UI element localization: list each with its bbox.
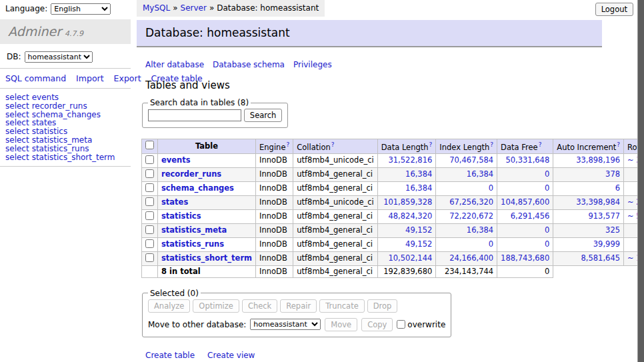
index-length-cell: 0 [436, 237, 497, 251]
create-link[interactable]: Create table [145, 351, 195, 360]
breadcrumb-link[interactable]: Server [181, 3, 207, 13]
sidebar-table-list: selectevents selectrecorder_runs selects… [5, 93, 125, 161]
row-checkbox-cell [142, 153, 158, 167]
row-checkbox-cell [142, 195, 158, 209]
help-link[interactable]: ? [490, 141, 493, 148]
selected-legend: Selected (0) [148, 289, 201, 298]
table-name-cell: statistics [158, 209, 256, 223]
table-name-link[interactable]: statistics_meta [161, 225, 227, 235]
table-name-link[interactable]: statistics_short_term [32, 153, 115, 162]
row-checkbox[interactable] [145, 225, 154, 234]
select-link[interactable]: select [5, 153, 29, 162]
data-free-cell: 50,331,648 [497, 153, 553, 167]
table-name-cell: states [158, 195, 256, 209]
bulk-action-button[interactable]: Repair [280, 299, 317, 313]
select-link[interactable]: select [5, 144, 29, 153]
table-row: statistics_meta InnoDB utf8mb4_general_c… [142, 223, 644, 237]
row-checkbox-cell [142, 223, 158, 237]
total-absent-cells [553, 265, 644, 277]
row-checkbox[interactable] [145, 211, 154, 220]
bulk-action-button[interactable]: Check [242, 299, 277, 313]
app-name: Adminer [8, 24, 61, 39]
row-checkbox-cell [142, 251, 158, 265]
table-name-cell: recorder_runs [158, 167, 256, 181]
row-checkbox[interactable] [145, 169, 154, 178]
bulk-action-button[interactable]: Drop [367, 299, 398, 313]
column-header: Data Length? [377, 139, 436, 154]
table-name-link[interactable]: statistics_short_term [161, 253, 252, 263]
data-length-cell: 49,152 [377, 223, 436, 237]
table-name-link[interactable]: schema_changes [161, 183, 234, 193]
index-length-cell: 72,220,672 [436, 209, 497, 223]
engine-cell: InnoDB [256, 153, 293, 167]
sidebar-actions: SQL commandImportExportCreate table [5, 73, 125, 83]
select-link[interactable]: select [5, 101, 29, 111]
language-select[interactable]: English [51, 3, 111, 15]
app-version: 4.7.9 [65, 29, 83, 38]
table-name-cell: schema_changes [158, 181, 256, 195]
data-free-cell: 0 [497, 167, 553, 181]
row-checkbox-cell [142, 167, 158, 181]
tables-heading: Tables and views [145, 79, 603, 91]
engine-cell: InnoDB [256, 181, 293, 195]
data-free-cell: 0 [497, 237, 553, 251]
bulk-action-button[interactable]: Analyze [148, 299, 190, 313]
database-nav-link[interactable]: Database schema [213, 60, 285, 69]
database-nav-link[interactable]: Privileges [293, 60, 332, 69]
data-length-cell: 48,824,320 [377, 209, 436, 223]
move-db-select[interactable]: homeassistant [250, 319, 321, 330]
engine-cell: InnoDB [256, 195, 293, 209]
row-checkbox[interactable] [145, 183, 154, 192]
divider [0, 166, 131, 167]
collation-cell: utf8mb4_general_ci [293, 237, 378, 251]
database-nav-link[interactable]: Alter database [145, 60, 204, 69]
row-checkbox-cell [142, 181, 158, 195]
table-name-link[interactable]: statistics [161, 211, 201, 221]
engine-cell: InnoDB [256, 251, 293, 265]
data-free-cell: 188,743,680 [497, 251, 553, 265]
table-name-link[interactable]: recorder_runs [161, 169, 221, 179]
auto-increment-cell: 378 [553, 167, 624, 181]
overwrite-checkbox[interactable] [397, 320, 405, 329]
scrollbar[interactable] [637, 0, 644, 362]
move-row: Move to other database: homeassistant Mo… [148, 318, 445, 331]
create-links: Create tableCreate view [145, 351, 603, 360]
help-link[interactable]: ? [429, 141, 433, 148]
row-checkbox[interactable] [145, 253, 154, 262]
data-length-cell: 101,859,328 [377, 195, 436, 209]
help-link[interactable]: ? [286, 141, 289, 148]
bulk-action-button[interactable]: Optimize [193, 299, 239, 313]
overwrite-option: overwrite [397, 320, 445, 329]
row-checkbox[interactable] [145, 197, 154, 206]
data-length-cell: 16,384 [377, 181, 436, 195]
overwrite-label: overwrite [407, 320, 445, 329]
sidebar: Adminer4.7.9 DB:homeassistant SQL comman… [0, 19, 131, 171]
select-all-cell [142, 139, 158, 154]
row-checkbox[interactable] [145, 239, 154, 248]
select-link[interactable]: select [5, 93, 29, 102]
auto-increment-cell: 33,398,984 [553, 195, 624, 209]
breadcrumb-link[interactable]: MySQL [143, 3, 170, 13]
table-name-link[interactable]: statistics_runs [161, 239, 224, 249]
create-link[interactable]: Create view [207, 351, 255, 360]
row-checkbox[interactable] [145, 155, 154, 164]
help-link[interactable]: ? [617, 141, 620, 148]
select-all-checkbox[interactable] [145, 141, 154, 149]
table-name-cell: statistics_short_term [158, 251, 256, 265]
collation-cell: utf8mb4_general_ci [293, 167, 378, 181]
table-name-link[interactable]: events [161, 155, 191, 165]
move-copy-button[interactable]: Copy [361, 318, 393, 331]
sidebar-action-link[interactable]: SQL command [5, 73, 66, 83]
table-name-link[interactable]: states [161, 197, 188, 207]
bulk-action-button[interactable]: Truncate [319, 299, 365, 313]
select-link[interactable]: select [5, 135, 29, 145]
help-link[interactable]: ? [331, 141, 335, 148]
help-link[interactable]: ? [539, 141, 542, 148]
column-header: Index Length? [436, 139, 497, 154]
search-input[interactable] [148, 109, 241, 121]
search-button[interactable]: Search [244, 109, 283, 122]
move-copy-button[interactable]: Move [325, 318, 357, 331]
db-select[interactable]: homeassistant [25, 51, 93, 63]
sidebar-action-link[interactable]: Import [76, 73, 104, 83]
breadcrumb-separator: » [173, 3, 177, 13]
